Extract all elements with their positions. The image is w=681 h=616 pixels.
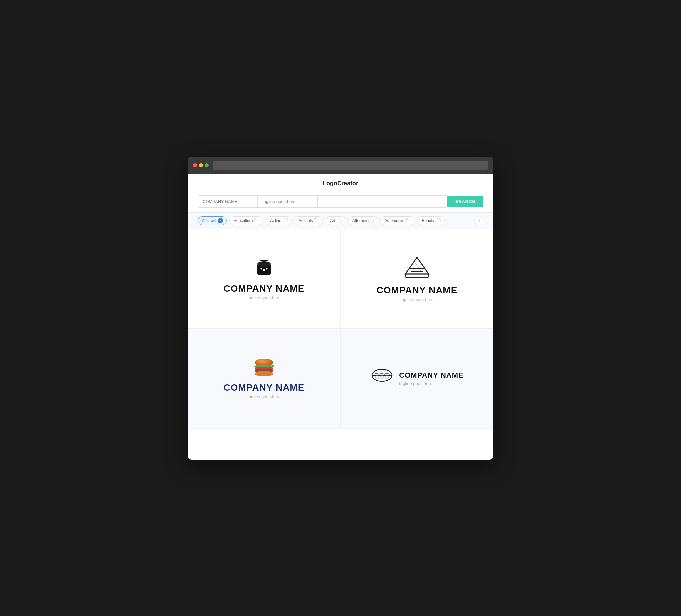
- filter-tag-automotive[interactable]: Automotive: [380, 216, 415, 225]
- app-header: LogoCreator: [187, 174, 494, 191]
- svg-point-4: [266, 268, 268, 270]
- logo-card-1[interactable]: COMPANY NAME tagline goes here: [187, 229, 340, 329]
- logo-card-4[interactable]: COMPANY NAME tagline goes here: [340, 329, 494, 429]
- close-button[interactable]: [193, 163, 197, 167]
- check-icon-art: [336, 218, 342, 223]
- filter-label-attorney: Attorney: [352, 219, 368, 223]
- filter-label-airline: Airline: [270, 219, 281, 223]
- svg-point-23: [376, 376, 378, 378]
- traffic-lights: [193, 163, 209, 167]
- logo4-tagline: tagline goes here: [399, 381, 432, 386]
- check-icon-automotive: [406, 218, 411, 223]
- toast-icon: [254, 257, 274, 279]
- filter-label-abstract: Abstract: [202, 219, 217, 223]
- address-bar[interactable]: [213, 160, 488, 170]
- filter-label-agriculture: Agriculture: [234, 219, 253, 223]
- check-icon-agriculture: [254, 218, 259, 223]
- logo-card-3[interactable]: COMPANY NAME tagline goes here: [187, 329, 340, 429]
- maximize-button[interactable]: [205, 163, 209, 167]
- filter-label-beauty: Beauty: [422, 219, 434, 223]
- logo4-company-name: COMPANY NAME: [399, 371, 463, 380]
- tagline-input[interactable]: [257, 196, 317, 208]
- svg-point-20: [255, 371, 273, 376]
- check-icon-beauty: [436, 218, 441, 223]
- browser-window: LogoCreator SEARCH Abstract ✓ Agricultur…: [187, 157, 494, 460]
- filter-tag-beauty[interactable]: Beauty: [418, 216, 445, 225]
- filter-label-automotive: Automotive: [384, 219, 404, 223]
- filter-tag-agriculture[interactable]: Agriculture: [229, 216, 263, 225]
- logo1-company-name: COMPANY NAME: [224, 283, 305, 294]
- logo3-tagline: tagline goes here: [247, 394, 281, 399]
- logo2-tagline: tagline goes here: [400, 297, 434, 302]
- app-content: LogoCreator SEARCH Abstract ✓ Agricultur…: [187, 174, 494, 460]
- browser-chrome: [187, 157, 494, 174]
- svg-line-11: [415, 263, 422, 272]
- filter-label-art: Art: [330, 219, 335, 223]
- filter-tag-abstract[interactable]: Abstract ✓: [198, 216, 227, 225]
- check-icon-airline: [283, 218, 288, 223]
- logo-card-2[interactable]: COMPANY NAME tagline goes here: [340, 229, 494, 329]
- company-name-input[interactable]: [198, 196, 257, 208]
- filter-tag-art[interactable]: Art: [326, 216, 345, 225]
- sandwich-triangle-icon: [404, 256, 430, 280]
- filter-tag-animals[interactable]: Animals: [294, 216, 323, 225]
- app-title: LogoCreator: [323, 180, 358, 186]
- filter-next-arrow[interactable]: →: [474, 216, 483, 225]
- search-bar: SEARCH: [187, 191, 494, 213]
- search-button[interactable]: SEARCH: [447, 196, 483, 207]
- logo3-company-name: COMPANY NAME: [224, 382, 305, 393]
- filter-bar: Abstract ✓ Agriculture Airline Animals A…: [187, 213, 494, 229]
- filter-tag-airline[interactable]: Airline: [266, 216, 291, 225]
- filter-tag-attorney[interactable]: Attorney: [348, 216, 378, 225]
- check-icon-abstract: ✓: [218, 218, 223, 223]
- svg-point-2: [261, 268, 262, 270]
- svg-rect-6: [260, 260, 268, 261]
- svg-rect-18: [255, 367, 273, 369]
- logo2-company-name: COMPANY NAME: [377, 285, 457, 296]
- sub-icon: [371, 366, 394, 386]
- logo-grid: COMPANY NAME tagline goes here: [187, 229, 494, 429]
- burger-icon: [251, 358, 277, 378]
- logo1-tagline: tagline goes here: [247, 295, 281, 300]
- minimize-button[interactable]: [199, 163, 203, 167]
- svg-point-3: [263, 269, 265, 271]
- check-icon-attorney: [369, 218, 374, 223]
- svg-point-24: [381, 376, 383, 378]
- extra-input[interactable]: [317, 196, 447, 208]
- svg-point-25: [386, 376, 388, 378]
- filter-label-animals: Animals: [299, 219, 313, 223]
- check-icon-animals: [314, 218, 319, 223]
